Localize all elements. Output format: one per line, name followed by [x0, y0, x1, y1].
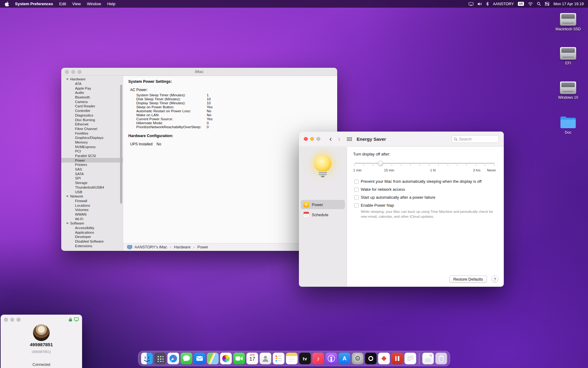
close-button[interactable] — [4, 318, 8, 322]
sidebar-item-apple-pay[interactable]: Apple Pay — [61, 86, 123, 90]
slider-track[interactable] — [354, 163, 495, 164]
sidebar-item-sata[interactable]: SATA — [61, 171, 123, 176]
dock-music-icon[interactable]: ♪ — [312, 353, 324, 364]
sidebar-section-software[interactable]: Software — [61, 221, 123, 226]
dock-facetime-icon[interactable] — [233, 353, 245, 364]
checkbox-prevent-sleep[interactable]: Prevent your Mac from automatically slee… — [354, 179, 481, 184]
checkbox-box[interactable] — [354, 187, 359, 192]
sidebar-item-volumes[interactable]: Volumes — [61, 208, 123, 212]
menu-item-app-name[interactable]: System Preferences — [12, 2, 56, 6]
sidebar-item-nvmexpress[interactable]: NVMExpress — [61, 144, 123, 149]
zoom-button[interactable] — [316, 137, 320, 141]
bluetooth-icon[interactable] — [486, 2, 489, 6]
dock-messages-icon[interactable] — [181, 353, 192, 364]
close-button[interactable] — [304, 137, 308, 141]
dock-notes-icon[interactable] — [286, 353, 298, 364]
sidebar-item-controller[interactable]: Controller — [61, 109, 123, 113]
dock-parallels-icon[interactable] — [391, 353, 403, 364]
input-source-badge[interactable]: US — [518, 2, 524, 6]
minimize-button[interactable] — [10, 318, 14, 322]
sidebar-item-camera[interactable]: Camera — [61, 99, 123, 104]
menu-item-help[interactable]: Help — [104, 2, 119, 6]
sidebar-item-memory[interactable]: Memory — [61, 140, 123, 145]
dock-maps-icon[interactable] — [207, 353, 219, 364]
sidebar-item-audio[interactable]: Audio — [61, 90, 123, 95]
dock-documents-stack-icon[interactable] — [422, 353, 434, 364]
search-field[interactable] — [451, 135, 499, 143]
dock-tv-icon[interactable]: tv — [299, 353, 311, 364]
dock-obs-icon[interactable] — [365, 353, 377, 364]
checkbox-box[interactable] — [354, 179, 359, 184]
minimize-button[interactable] — [71, 70, 75, 74]
sidebar-item-sas[interactable]: SAS — [61, 167, 123, 172]
zoom-button[interactable] — [77, 70, 81, 74]
sidebar-scrollbar[interactable] — [120, 85, 122, 204]
sidebar-item-wwan[interactable]: WWAN — [61, 212, 123, 217]
restore-defaults-button[interactable]: Restore Defaults — [449, 275, 487, 283]
dock-podcasts-icon[interactable] — [326, 353, 337, 364]
forward-button[interactable]: › — [338, 136, 341, 142]
back-button[interactable]: ‹ — [330, 136, 332, 142]
sidebar-item-wifi[interactable]: Wi-Fi — [61, 217, 123, 221]
sidebar-item-card-reader[interactable]: Card Reader — [61, 104, 123, 109]
screen-mirroring-icon[interactable] — [469, 2, 473, 6]
checkbox-box[interactable] — [354, 203, 359, 208]
sidebar-item-pci[interactable]: PCI — [61, 149, 123, 154]
sidebar-section-network[interactable]: Network — [61, 194, 123, 199]
apple-menu[interactable] — [4, 2, 12, 6]
sidebar-item-applications[interactable]: Applications — [61, 230, 123, 235]
dock-contacts-icon[interactable] — [260, 353, 271, 364]
sidebar-item-power[interactable]: Power — [301, 200, 345, 209]
volume-icon[interactable] — [477, 2, 482, 6]
minimize-button[interactable] — [310, 137, 314, 141]
sidebar-item-ata[interactable]: ATA — [61, 82, 123, 86]
sidebar-item-fibre-channel[interactable]: Fibre Channel — [61, 127, 123, 131]
close-button[interactable] — [65, 70, 69, 74]
sidebar-item-power-selected[interactable]: Power — [61, 158, 123, 163]
dock-trash-icon[interactable] — [435, 353, 447, 364]
sidebar-item-printers[interactable]: Printers — [61, 163, 123, 167]
energy-toolbar[interactable]: ‹ › Energy Saver — [299, 132, 504, 147]
menu-item-edit[interactable]: Edit — [56, 2, 69, 6]
display-off-slider[interactable]: 1 min 15 min 1 hr 3 hrs Never — [354, 160, 495, 173]
sidebar-item-diagnostics[interactable]: Diagnostics — [61, 113, 123, 118]
zoom-button[interactable] — [17, 318, 21, 322]
sidebar-item-developer[interactable]: Developer — [61, 235, 123, 239]
search-input[interactable] — [459, 137, 493, 141]
sidebar-item-extensions[interactable]: Extensions — [61, 243, 123, 248]
sidebar-item-disc-burning[interactable]: Disc Burning — [61, 117, 123, 122]
desktop-icon-doc-folder[interactable]: Doc — [552, 116, 584, 135]
desktop-icon-windows-10[interactable]: Windows 10 — [552, 81, 584, 100]
sidebar-item-disabled-software[interactable]: Disabled Software — [61, 239, 123, 244]
dock-system-preferences-icon[interactable]: ⚙ — [352, 353, 364, 364]
sidebar-item-usb[interactable]: USB — [61, 190, 123, 194]
sidebar-item-locations[interactable]: Locations — [61, 203, 123, 208]
checkbox-wake-network[interactable]: Wake for network access — [354, 187, 405, 192]
menu-bar-clock[interactable]: Mon 17 Apr 19.19 — [553, 2, 584, 6]
monitor-icon[interactable] — [74, 317, 79, 322]
dock-anydesk-icon[interactable] — [378, 353, 390, 364]
dock-safari-icon[interactable] — [168, 353, 179, 364]
desktop-icon-efi[interactable]: EFI — [552, 47, 584, 65]
dock-launchpad-icon[interactable] — [154, 353, 166, 364]
sidebar-item-spi[interactable]: SPI — [61, 176, 123, 181]
sidebar-item-bluetooth[interactable]: Bluetooth — [61, 95, 123, 100]
menu-item-view[interactable]: View — [69, 2, 84, 6]
dock-mail-icon[interactable] — [194, 353, 205, 364]
menu-item-window[interactable]: Window — [84, 2, 104, 6]
control-center-icon[interactable] — [545, 2, 549, 6]
sidebar-item-thunderbolt-usb4[interactable]: Thunderbolt/USB4 — [61, 185, 123, 190]
sidebar-item-graphics-displays[interactable]: Graphics/Displays — [61, 136, 123, 140]
sidebar-section-hardware[interactable]: Hardware — [61, 77, 123, 82]
show-all-grid-icon[interactable] — [347, 137, 352, 141]
dock-app-store-icon[interactable]: A — [339, 353, 350, 364]
sidebar-item-parallel-scsi[interactable]: Parallel SCSI — [61, 154, 123, 158]
sidebar-item-accessibility[interactable]: Accessibility — [61, 226, 123, 230]
checkbox-enable-power-nap[interactable]: Enable Power Nap — [354, 203, 394, 208]
help-button[interactable]: ? — [491, 275, 499, 283]
sidebar-item-firewall[interactable]: Firewall — [61, 199, 123, 203]
dock-textedit-icon[interactable] — [405, 353, 416, 364]
wifi-icon[interactable] — [528, 2, 533, 6]
username-status[interactable]: AANSTORY — [493, 2, 514, 6]
checkbox-box[interactable] — [354, 195, 359, 200]
